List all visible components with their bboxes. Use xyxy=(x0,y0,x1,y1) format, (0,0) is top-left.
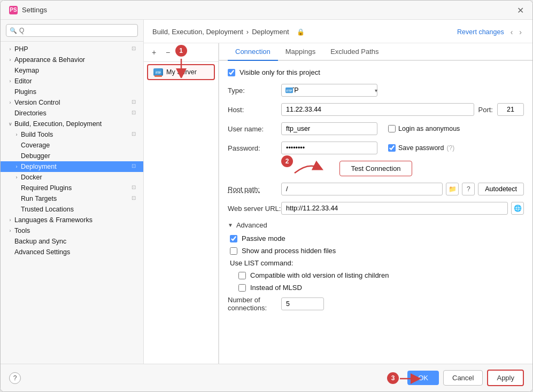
check-server-button[interactable]: ✓ xyxy=(176,46,188,58)
port-label: Port: xyxy=(478,106,493,114)
browse-folder-button[interactable]: 📁 xyxy=(446,183,459,195)
save-password-checkbox[interactable] xyxy=(388,144,396,152)
main-panel: Build, Execution, Deployment › Deploymen… xyxy=(144,20,532,364)
sidebar-item-backup[interactable]: › Backup and Sync xyxy=(1,236,143,247)
type-select-wrap: FTP ▾ FTP xyxy=(281,84,381,97)
server-item-area: 1 FTP xyxy=(144,62,218,82)
connections-input[interactable] xyxy=(281,297,324,310)
breadcrumb-parent: Build, Execution, Deployment xyxy=(152,28,243,36)
visible-only-checkbox[interactable] xyxy=(228,69,235,76)
root-input-row: 📁 ? Autodetect xyxy=(281,183,524,195)
annotation-2: 2 xyxy=(281,155,293,167)
sidebar-item-label: Build Tools xyxy=(21,131,53,138)
hidden-files-label: Show and process hidden files xyxy=(242,247,336,255)
search-input[interactable] xyxy=(6,24,138,37)
compat-row: Compatible with old version of listing c… xyxy=(228,271,524,279)
back-button[interactable]: ‹ xyxy=(508,27,515,37)
anon-checkbox[interactable] xyxy=(388,125,396,132)
close-button[interactable]: ✕ xyxy=(516,6,524,14)
sidebar-item-label: Backup and Sync xyxy=(14,238,66,245)
username-control: Login as anonymous xyxy=(281,122,524,135)
sidebar-item-advanced-settings[interactable]: › Advanced Settings xyxy=(1,247,143,257)
password-row: Password: Save password (?) xyxy=(228,142,524,154)
sidebar-item-directories[interactable]: › Directories ⊡ xyxy=(1,108,143,119)
sidebar-item-label: Version Control xyxy=(14,99,60,106)
advanced-header[interactable]: ▼ Advanced xyxy=(228,221,524,229)
tab-mappings[interactable]: Mappings xyxy=(278,43,323,61)
breadcrumb: Build, Execution, Deployment › Deploymen… xyxy=(152,28,305,36)
open-url-button[interactable]: 🌐 xyxy=(511,202,524,215)
weburl-input[interactable] xyxy=(281,202,508,215)
remove-server-button[interactable]: − xyxy=(162,46,174,58)
breadcrumb-separator: › xyxy=(246,28,249,36)
sidebar-item-version-control[interactable]: › Version Control ⊡ xyxy=(1,97,143,108)
apply-button[interactable]: Apply xyxy=(487,370,524,386)
sidebar-item-label: Trusted Locations xyxy=(21,206,74,213)
test-connection-button[interactable]: Test Connection xyxy=(339,161,412,176)
sidebar-item-keymap[interactable]: › Keymap xyxy=(1,65,143,76)
chevron-right-icon: › xyxy=(7,99,13,106)
sidebar-item-label: Editor xyxy=(14,77,32,85)
question-icon: (?) xyxy=(446,144,454,152)
host-label: Host: xyxy=(228,106,281,114)
sidebar-item-php[interactable]: › PHP ⊡ xyxy=(1,44,143,54)
pin-icon: ⊡ xyxy=(132,195,139,202)
anon-label: Login as anonymous xyxy=(398,125,460,132)
content-area: 🔍 › PHP ⊡ › Appearance & Behavior xyxy=(1,20,532,364)
annotation-3: 3 xyxy=(387,372,399,384)
help-root-button[interactable]: ? xyxy=(462,183,475,195)
save-password-group: Save password (?) xyxy=(388,144,454,152)
chevron-right-icon: › xyxy=(7,78,13,84)
sidebar-item-label: Appearance & Behavior xyxy=(14,56,85,64)
revert-changes-link[interactable]: Revert changes xyxy=(457,28,504,36)
sidebar-item-appearance[interactable]: › Appearance & Behavior xyxy=(1,54,143,65)
root-path-input[interactable] xyxy=(281,183,443,195)
sidebar-item-build-exec[interactable]: ∨ Build, Execution, Deployment xyxy=(1,119,143,129)
sidebar-item-required-plugins[interactable]: › Required Plugins ⊡ xyxy=(1,183,143,193)
host-input[interactable] xyxy=(281,103,474,116)
sidebar: 🔍 › PHP ⊡ › Appearance & Behavior xyxy=(1,20,144,364)
sidebar-item-build-tools[interactable]: › Build Tools ⊡ xyxy=(1,129,143,140)
tab-connection[interactable]: Connection xyxy=(228,43,278,61)
sidebar-item-tools[interactable]: › Tools xyxy=(1,225,143,236)
sidebar-item-trusted-locations[interactable]: › Trusted Locations xyxy=(1,204,143,215)
forward-button[interactable]: › xyxy=(517,27,524,37)
sidebar-item-debugger[interactable]: › Debugger xyxy=(1,151,143,161)
sidebar-item-plugins[interactable]: › Plugins xyxy=(1,87,143,97)
type-select[interactable]: FTP xyxy=(281,84,377,97)
sidebar-item-label: Keymap xyxy=(14,67,39,74)
username-label: User name: xyxy=(228,125,281,133)
sidebar-item-editor[interactable]: › Editor xyxy=(1,76,143,87)
cancel-button[interactable]: Cancel xyxy=(443,370,483,386)
password-input[interactable] xyxy=(281,142,377,154)
sidebar-item-languages[interactable]: › Languages & Frameworks xyxy=(1,215,143,225)
chevron-right-icon: › xyxy=(13,131,20,138)
tab-excluded-paths[interactable]: Excluded Paths xyxy=(323,43,386,61)
chevron-right-icon: › xyxy=(7,228,13,234)
add-server-button[interactable]: + xyxy=(148,46,160,58)
type-row: Type: FTP ▾ xyxy=(228,84,524,97)
footer: ? 3 OK Cancel Apply xyxy=(1,364,532,391)
passive-mode-checkbox[interactable] xyxy=(230,235,237,242)
mlsd-checkbox[interactable] xyxy=(238,284,246,292)
help-button[interactable]: ? xyxy=(9,372,21,384)
use-list-label: Use LIST command: xyxy=(228,259,524,267)
hidden-files-checkbox[interactable] xyxy=(230,247,237,255)
password-control: Save password (?) xyxy=(281,142,524,154)
username-input[interactable] xyxy=(281,122,377,135)
compat-checkbox[interactable] xyxy=(238,272,246,279)
server-list-item-my-server[interactable]: FTP My Server xyxy=(147,64,215,80)
sidebar-item-coverage[interactable]: › Coverage xyxy=(1,140,143,151)
sidebar-item-run-targets[interactable]: › Run Targets ⊡ xyxy=(1,193,143,204)
svg-text:FTP: FTP xyxy=(287,89,292,92)
sidebar-item-label: Docker xyxy=(21,174,42,181)
sidebar-item-deployment[interactable]: › Deployment ⊡ xyxy=(1,161,143,172)
mlsd-row: Instead of MLSD xyxy=(228,284,524,292)
autodetect-button[interactable]: Autodetect xyxy=(478,183,524,195)
sidebar-item-docker[interactable]: › Docker xyxy=(1,172,143,183)
port-input[interactable] xyxy=(497,103,524,116)
mlsd-label: Instead of MLSD xyxy=(250,284,302,292)
root-path-label: Root path: xyxy=(228,185,281,193)
pin-icon: ⊡ xyxy=(132,109,139,117)
sidebar-item-label: Debugger xyxy=(21,152,50,160)
